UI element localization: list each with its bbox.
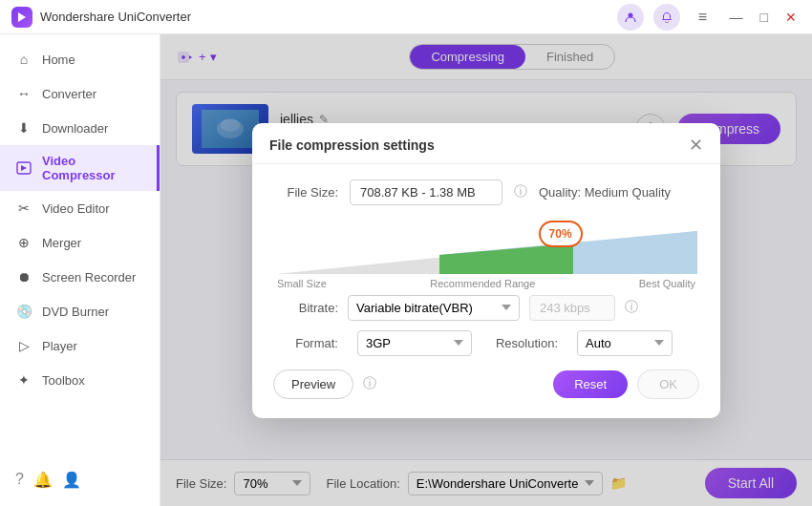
sidebar-item-converter[interactable]: ↔ Converter	[0, 76, 160, 111]
bitrate-select[interactable]: Variable bitrate(VBR) Constant bitrate(C…	[348, 295, 520, 321]
sidebar-item-label: Home	[42, 53, 75, 67]
home-icon: ⌂	[15, 51, 32, 68]
file-size-input[interactable]	[350, 179, 502, 205]
file-size-form-label: File Size:	[273, 185, 338, 200]
preview-info-icon[interactable]: ⓘ	[363, 375, 376, 392]
sidebar-item-video-editor[interactable]: ✂ Video Editor	[0, 191, 160, 225]
player-icon: ▷	[15, 337, 32, 354]
sidebar-item-screen-recorder[interactable]: ⏺ Screen Recorder	[0, 260, 160, 294]
slider-indicator: 70%	[539, 221, 583, 247]
sidebar-item-label: Video Editor	[42, 201, 110, 216]
resolution-select[interactable]: Auto 1080p 720p 480p	[577, 330, 673, 356]
app-title: Wondershare UniConverter	[40, 10, 617, 24]
sidebar-item-player[interactable]: ▷ Player	[0, 328, 160, 363]
svg-marker-10	[439, 243, 573, 274]
sidebar-item-video-compressor[interactable]: Video Compressor	[0, 145, 160, 191]
help-icon[interactable]: ?	[15, 471, 24, 489]
sidebar-item-downloader[interactable]: ⬇ Downloader	[0, 111, 160, 145]
minimize-button[interactable]: —	[726, 10, 747, 25]
bitrate-info-icon[interactable]: ⓘ	[625, 299, 638, 316]
format-label: Format:	[273, 336, 338, 350]
close-button[interactable]: ✕	[781, 10, 801, 25]
bitrate-value-input[interactable]	[529, 295, 615, 321]
video-editor-icon: ✂	[15, 200, 32, 217]
toolbox-icon: ✦	[15, 371, 32, 389]
sidebar-item-label: Video Compressor	[42, 154, 141, 182]
video-compressor-icon	[15, 159, 32, 177]
best-quality-label: Best Quality	[639, 278, 695, 289]
sidebar-item-label: Toolbox	[42, 373, 85, 388]
sidebar-item-toolbox[interactable]: ✦ Toolbox	[0, 363, 160, 397]
svg-marker-0	[18, 12, 26, 22]
maximize-button[interactable]: □	[757, 10, 772, 25]
footer-user-icon[interactable]: 👤	[62, 471, 81, 489]
titlebar: Wondershare UniConverter ≡ — □ ✕	[0, 0, 812, 34]
sidebar-item-label: Merger	[42, 236, 81, 250]
slider-track[interactable]: 70%	[277, 217, 695, 274]
resolution-label: Resolution:	[491, 336, 558, 350]
sidebar-item-label: Downloader	[42, 121, 108, 136]
modal-footer: Preview ⓘ Reset OK	[252, 369, 720, 399]
preview-button[interactable]: Preview	[273, 369, 353, 399]
ok-button[interactable]: OK	[637, 369, 699, 399]
format-select[interactable]: 3GP MP4 AVI MOV	[357, 330, 472, 356]
file-size-row: File Size: ⓘ Quality: Medium Quality	[273, 179, 699, 205]
bitrate-row: Bitrate: Variable bitrate(VBR) Constant …	[273, 295, 699, 321]
modal-overlay: File compression settings ✕ File Size: ⓘ…	[160, 34, 812, 506]
modal-header: File compression settings ✕	[252, 123, 720, 164]
slider-wedge-svg	[277, 226, 697, 274]
bell-icon-btn[interactable]	[653, 4, 680, 31]
downloader-icon: ⬇	[15, 119, 32, 137]
bitrate-label: Bitrate:	[273, 301, 338, 315]
sidebar-item-label: Converter	[42, 87, 96, 101]
dvd-burner-icon: 💿	[15, 303, 32, 320]
format-row: Format: 3GP MP4 AVI MOV Resolution: Auto…	[273, 330, 699, 356]
footer-bell-icon[interactable]: 🔔	[33, 471, 53, 489]
small-size-label: Small Size	[277, 278, 327, 289]
sidebar-item-label: Player	[42, 339, 77, 353]
sidebar-item-merger[interactable]: ⊕ Merger	[0, 225, 160, 260]
window-controls: ≡ — □ ✕	[617, 4, 801, 31]
sidebar-item-dvd-burner[interactable]: 💿 DVD Burner	[0, 294, 160, 328]
file-compression-modal: File compression settings ✕ File Size: ⓘ…	[252, 123, 720, 418]
reset-button[interactable]: Reset	[553, 370, 628, 398]
sidebar-footer: ? 🔔 👤	[0, 461, 160, 498]
file-size-info-icon[interactable]: ⓘ	[514, 183, 527, 200]
app-logo	[11, 7, 32, 28]
slider-area: 70% Small Size Recommended Range Best Qu…	[273, 217, 699, 289]
sidebar-item-label: Screen Recorder	[42, 270, 136, 285]
user-icon-btn[interactable]	[617, 4, 644, 31]
modal-body: File Size: ⓘ Quality: Medium Quality	[252, 164, 720, 356]
sidebar-item-home[interactable]: ⌂ Home	[0, 42, 160, 76]
main-layout: ⌂ Home ↔ Converter ⬇ Downloader Video Co…	[0, 34, 812, 506]
screen-recorder-icon: ⏺	[15, 268, 32, 285]
merger-icon: ⊕	[15, 234, 32, 251]
sidebar-item-label: DVD Burner	[42, 305, 109, 319]
modal-close-button[interactable]: ✕	[689, 137, 703, 154]
modal-title: File compression settings	[269, 137, 435, 153]
content-area: + ▾ Compressing Finished	[160, 34, 812, 506]
recommended-label: Recommended Range	[430, 278, 535, 289]
converter-icon: ↔	[15, 85, 32, 102]
slider-labels: Small Size Recommended Range Best Qualit…	[277, 278, 695, 289]
menu-icon-btn[interactable]: ≡	[690, 4, 716, 31]
sidebar: ⌂ Home ↔ Converter ⬇ Downloader Video Co…	[0, 34, 160, 506]
quality-text: Quality: Medium Quality	[539, 185, 671, 200]
